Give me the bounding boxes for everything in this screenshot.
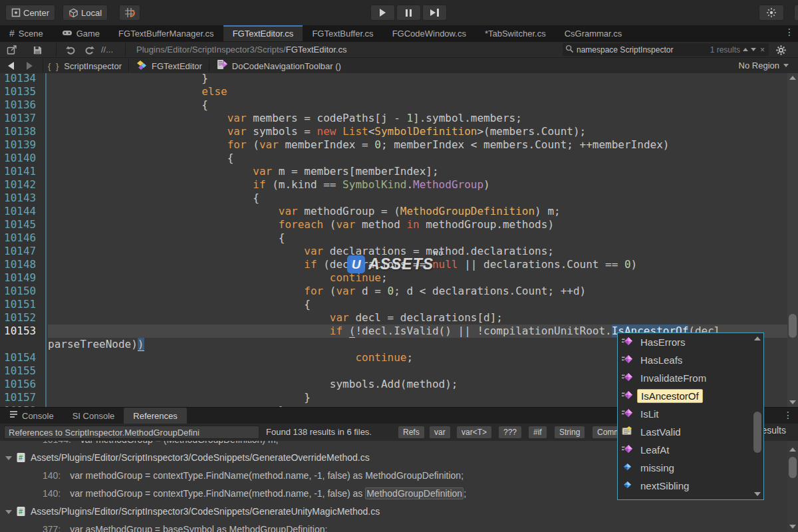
center-pivot-button[interactable]: Center (5, 5, 55, 21)
completion-item-lastvalid[interactable]: LastValid (618, 423, 763, 441)
dock-tab-fgtextbuffer-cs[interactable]: FGTextBuffer.cs (303, 25, 382, 41)
refs-scroll-up-icon[interactable] (789, 448, 796, 452)
code-line[interactable]: for (var memberIndex = 0; memberIndex < … (48, 138, 787, 152)
tab-strip-menu-icon[interactable]: ⋮ (785, 27, 794, 37)
search-input[interactable]: namespace ScriptInspector 1 results × (563, 43, 769, 56)
scroll-down-icon[interactable] (789, 400, 796, 404)
search-close-icon[interactable]: × (759, 45, 766, 55)
dock-tab-csgrammar-cs[interactable]: CsGrammar.cs (555, 25, 632, 41)
snap-grid-button[interactable] (119, 5, 140, 21)
undo-icon[interactable] (63, 43, 78, 57)
completion-item-islit[interactable]: IsLit (618, 405, 763, 423)
completion-item-isancestorof[interactable]: IsAncestorOf (618, 387, 763, 405)
completion-item-hasleafs[interactable]: HasLeafs (618, 351, 763, 369)
code-line[interactable]: var m = members[memberIndex]; (48, 165, 787, 178)
center-pivot-label: Center (23, 8, 49, 18)
popup-scroll-thumb[interactable] (753, 412, 761, 453)
region-label: No Region (739, 61, 779, 70)
code-line[interactable]: { (48, 231, 787, 245)
references-scope-box[interactable]: References to ScriptInspector.MethodGrou… (4, 426, 259, 439)
step-button[interactable] (422, 5, 447, 21)
search-prev-icon[interactable] (743, 48, 748, 51)
symbol-crumb-label: ScriptInspector (64, 61, 122, 71)
line-number: 10150 (4, 285, 36, 298)
editor-scroll-thumb[interactable] (789, 314, 797, 338)
console-tab-console[interactable]: Console (0, 408, 63, 424)
clipped-toolbar-button[interactable] (794, 5, 798, 21)
code-line[interactable]: var methodGroup = (MethodGroupDefinition… (48, 205, 787, 218)
completion-item-missing[interactable]: missing (618, 459, 763, 477)
console-menu-icon[interactable]: ⋮ (783, 410, 793, 420)
code-line[interactable]: if (m.kind == SymbolKind.MethodGroup) (48, 178, 787, 192)
refs-scroll-down-icon[interactable] (789, 525, 796, 529)
dock-tab-game[interactable]: Game (53, 25, 109, 41)
completion-item-invalidatefrom[interactable]: InvalidateFrom (618, 369, 763, 387)
dock-tab-fgcodewindow-cs[interactable]: FGCodeWindow.cs (383, 25, 475, 41)
tab-label: FGTextEditor.cs (233, 29, 294, 39)
code-line[interactable]: for (var d = 0; d < declarations.Count; … (48, 285, 787, 298)
dock-tab-fgtextbuffermanager-cs[interactable]: FGTextBufferManager.cs (109, 25, 223, 41)
search-next-icon[interactable] (751, 48, 756, 51)
code-line[interactable]: else (48, 85, 787, 98)
local-space-label: Local (81, 8, 102, 18)
dock-tab-fgtexteditor-cs[interactable]: FGTextEditor.cs (223, 25, 303, 41)
search-options-gear-icon[interactable] (773, 43, 789, 57)
completion-label: LastValid (637, 426, 684, 438)
filter-button-var-t-[interactable]: var<T> (456, 426, 492, 439)
completion-label: IsLit (637, 408, 662, 420)
region-dropdown[interactable]: No Region (739, 61, 789, 70)
code-line[interactable]: { (48, 152, 787, 165)
filter-button-refs[interactable]: Refs (398, 426, 425, 439)
method-gem-icon (622, 336, 633, 348)
filter-button-string[interactable]: String (554, 426, 585, 439)
nav-forward-icon[interactable] (21, 59, 37, 72)
filter-button--if[interactable]: #if (528, 426, 547, 439)
completion-item-nextsibling[interactable]: nextSibling (618, 477, 763, 495)
open-external-icon[interactable] (4, 43, 20, 57)
redo-icon[interactable] (81, 43, 97, 57)
line-number: 10146 (4, 231, 36, 245)
nav-back-icon[interactable] (3, 59, 19, 72)
tab-label: Scene (19, 29, 43, 39)
line-number: 10143 (4, 192, 36, 205)
gizmo-settings-button[interactable] (759, 5, 784, 21)
refs-scroll-thumb[interactable] (789, 457, 797, 478)
symbol-crumb-scriptinspector[interactable]: { }ScriptInspector (48, 61, 122, 71)
line-number: 10153 (4, 325, 36, 338)
local-space-button[interactable]: Local (63, 5, 108, 21)
scroll-up-icon[interactable] (789, 76, 796, 80)
dock-tab-scene[interactable]: #Scene (0, 25, 53, 41)
references-scrollbar[interactable] (787, 441, 798, 532)
console-tab-references[interactable]: References (124, 408, 186, 424)
completion-item-haserrors[interactable]: HasErrors (618, 333, 763, 351)
completion-label: HasLeafs (637, 354, 686, 366)
code-line[interactable]: continue; (48, 271, 787, 285)
line-number: 10138 (4, 125, 36, 138)
code-line[interactable]: var decl = declarations[d]; (48, 311, 787, 325)
result-line[interactable]: 377:var asMethodGroup = baseSymbol as Me… (0, 521, 798, 532)
code-line[interactable]: foreach (var method in methodGroup.metho… (48, 218, 787, 231)
code-line[interactable]: } (48, 73, 787, 85)
code-line[interactable]: var symbols = new List<SymbolDefinition>… (48, 125, 787, 138)
code-line[interactable]: var members = codePaths[j - 1].symbol.me… (48, 112, 787, 125)
collapse-triangle-icon[interactable] (5, 456, 12, 460)
console-tab-si-console[interactable]: SI Console (63, 408, 124, 424)
toggle-comment-button[interactable]: //... (101, 45, 113, 55)
symbol-crumb-docodenavigationtoolbar-[interactable]: DoCodeNavigationToolbar () (216, 59, 341, 72)
filter-button-var[interactable]: var (429, 426, 451, 439)
collapse-triangle-icon[interactable] (5, 510, 12, 514)
editor-scrollbar[interactable] (787, 73, 798, 407)
result-file-header[interactable]: #Assets/Plugins/Editor/ScriptInspector3/… (0, 503, 798, 521)
dock-tab--tabswitcher-cs[interactable]: *TabSwitcher.cs (475, 25, 555, 41)
filter-button--[interactable]: ??? (498, 426, 522, 439)
console-lines-icon (9, 410, 18, 421)
save-icon[interactable] (29, 43, 45, 57)
play-button[interactable] (370, 5, 395, 21)
pause-button[interactable] (396, 5, 421, 21)
code-line[interactable]: { (48, 192, 787, 205)
completion-item-leafat[interactable]: LeafAt (618, 441, 763, 459)
code-line[interactable]: { (48, 98, 787, 112)
code-line[interactable]: { (48, 298, 787, 311)
symbol-crumb-fgtexteditor[interactable]: FGTextEditor (136, 59, 202, 73)
popup-scroll-down-icon[interactable] (754, 492, 761, 496)
